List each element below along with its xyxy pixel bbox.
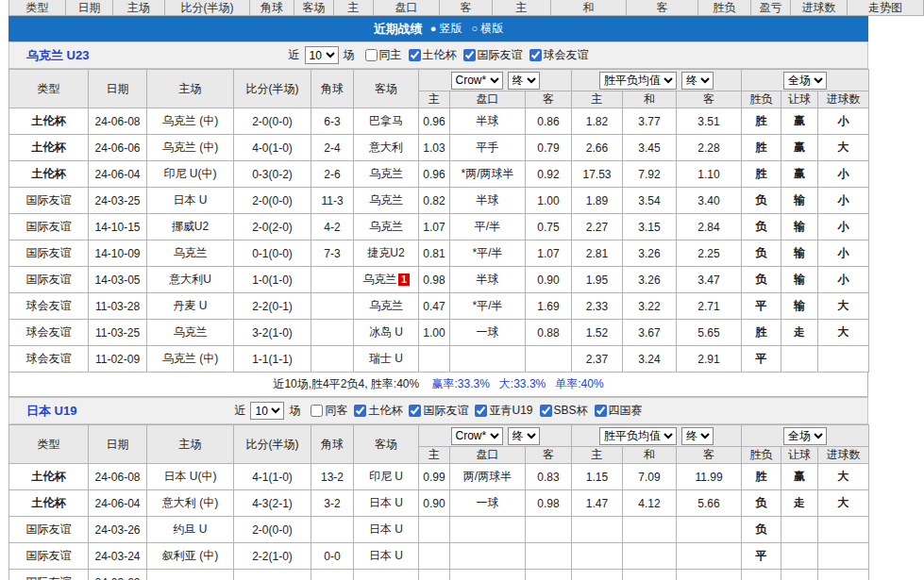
away-team-name[interactable]: 意大利 bbox=[369, 141, 403, 154]
league-checkbox[interactable] bbox=[354, 405, 366, 417]
league-toggle[interactable]: 同客 bbox=[311, 403, 347, 419]
away-team-name[interactable]: 印尼 U bbox=[369, 470, 403, 483]
league-toggle[interactable]: 土伦杯 bbox=[409, 47, 457, 63]
league-checkbox[interactable] bbox=[311, 405, 323, 417]
score-cell: 4-3(2-1) bbox=[234, 490, 311, 517]
league-checkbox[interactable] bbox=[365, 49, 378, 61]
avg-final-select[interactable]: 终 bbox=[681, 427, 714, 445]
avg-final-select[interactable]: 终 bbox=[681, 72, 714, 90]
league-checkbox[interactable] bbox=[409, 405, 421, 417]
col-date: 日期 bbox=[89, 70, 147, 108]
league-checkbox[interactable] bbox=[529, 49, 542, 61]
league-label: 同客 bbox=[325, 403, 347, 419]
home-team-cell: 意大利U bbox=[147, 267, 234, 293]
handicap-result-cell: 输 bbox=[781, 267, 818, 293]
corner-score-cell: 6-3 bbox=[311, 108, 354, 135]
handicap-home-odds-cell: 0.47 bbox=[419, 293, 450, 320]
league-checkbox[interactable] bbox=[463, 49, 476, 61]
score-cell: 3-2(1-0) bbox=[234, 320, 311, 346]
match-row: 国际友谊24-03-22 bbox=[9, 570, 869, 580]
home-team-cell: 挪威U2 bbox=[147, 214, 234, 240]
league-checkbox[interactable] bbox=[595, 405, 607, 417]
odds-lose-cell: 5.66 bbox=[677, 490, 742, 517]
handicap-home-odds-cell: 1.03 bbox=[419, 135, 450, 161]
prev-header-col: 角球 bbox=[250, 0, 294, 16]
league-label: 同主 bbox=[379, 47, 402, 63]
radio-icon[interactable]: ○ bbox=[472, 24, 479, 34]
league-toggle[interactable]: 亚青U19 bbox=[475, 403, 532, 419]
scope-select[interactable]: 全场 bbox=[783, 427, 827, 445]
odds-final-select[interactable]: 终 bbox=[508, 427, 540, 445]
odds-win-cell: 1.15 bbox=[572, 464, 623, 490]
near-label: 近 bbox=[289, 47, 300, 63]
goals-result-cell: 小 bbox=[818, 108, 869, 135]
league-checkbox[interactable] bbox=[409, 49, 421, 61]
handicap-result-cell: 输 bbox=[781, 188, 818, 214]
odds-source-select[interactable]: Crow* bbox=[451, 72, 503, 90]
score-cell: 0-1(0-0) bbox=[234, 240, 311, 267]
prev-header-col: 进球数 bbox=[791, 0, 848, 16]
away-team-name[interactable]: 乌克兰 bbox=[362, 273, 396, 286]
avg-source-select[interactable]: 胜平负均值 bbox=[599, 72, 677, 90]
odds-lose-cell: 3.40 bbox=[677, 188, 742, 214]
league-toggle[interactable]: 国际友谊 bbox=[463, 47, 523, 63]
match-type-cell: 国际友谊 bbox=[9, 543, 89, 570]
handicap-line-cell: *平/半 bbox=[450, 240, 526, 267]
handicap-result-cell bbox=[781, 570, 818, 580]
prev-header-col: 盘口 bbox=[374, 0, 440, 16]
odds-source-select[interactable]: Crow* bbox=[451, 427, 503, 445]
away-team-name[interactable]: 巴拿马 bbox=[369, 114, 403, 127]
layout-radio-horizontal[interactable]: ○横版 bbox=[472, 21, 504, 37]
away-team-name[interactable]: 乌克兰 bbox=[369, 193, 403, 207]
league-toggle[interactable]: 土伦杯 bbox=[354, 403, 402, 419]
match-count-select[interactable]: 10 bbox=[305, 46, 339, 64]
league-checkbox[interactable] bbox=[540, 405, 552, 417]
odds-win-cell: 17.53 bbox=[572, 161, 623, 188]
handicap-result-cell bbox=[781, 543, 818, 570]
odds-win-cell: 2.33 bbox=[572, 293, 623, 320]
away-team-name[interactable]: 日本 U bbox=[369, 549, 403, 562]
handicap-away-odds-cell: 0.86 bbox=[526, 108, 572, 135]
league-toggle[interactable]: 国际友谊 bbox=[409, 403, 468, 419]
away-team-name[interactable]: 乌克兰 bbox=[369, 220, 403, 233]
away-team-name[interactable]: 乌克兰 bbox=[369, 299, 403, 312]
away-team-name[interactable]: 日本 U bbox=[369, 522, 403, 536]
handicap-away-odds-cell: 0.90 bbox=[526, 267, 572, 293]
corner-score-cell: 11-3 bbox=[311, 188, 354, 214]
away-team-name[interactable]: 冰岛 U bbox=[369, 325, 403, 339]
odds-final-select[interactable]: 终 bbox=[508, 72, 540, 90]
away-team-name[interactable]: 捷克U2 bbox=[367, 246, 404, 259]
away-team-name[interactable]: 乌克兰 bbox=[369, 167, 403, 180]
goals-result-cell bbox=[818, 346, 869, 373]
league-toggle[interactable]: 四国赛 bbox=[595, 403, 643, 419]
away-team-name[interactable]: 瑞士 U bbox=[369, 352, 403, 365]
odds-lose-cell bbox=[677, 570, 742, 580]
league-toggle[interactable]: 球会友谊 bbox=[529, 47, 589, 63]
match-count-select[interactable]: 10 bbox=[250, 402, 284, 420]
league-checkbox[interactable] bbox=[475, 405, 487, 417]
league-toggle[interactable]: 同主 bbox=[365, 47, 402, 63]
match-row: 土伦杯24-06-08日本 U(中)4-1(1-0)13-2印尼 U0.99两/… bbox=[9, 464, 869, 490]
match-date-cell: 24-03-26 bbox=[89, 517, 147, 543]
match-row: 土伦杯24-06-04印尼 U(中)0-3(0-2)2-6乌克兰0.96*两/两… bbox=[9, 161, 869, 188]
away-team-name[interactable]: 日本 U bbox=[369, 496, 403, 509]
radio-icon[interactable]: ● bbox=[430, 24, 437, 34]
handicap-result-cell: 输 bbox=[781, 240, 818, 267]
match-date-cell: 14-03-05 bbox=[89, 267, 147, 293]
result-group-header: 全场 bbox=[742, 70, 869, 91]
match-type-cell: 国际友谊 bbox=[9, 267, 89, 293]
layout-radio-vertical[interactable]: ●竖版 bbox=[430, 21, 462, 37]
handicap-line-cell: 一球 bbox=[450, 490, 526, 517]
away-team-cell: 乌克兰 bbox=[354, 214, 419, 240]
match-date-cell: 11-03-25 bbox=[89, 320, 147, 346]
league-toggle[interactable]: SBS杯 bbox=[540, 403, 588, 419]
avg-source-select[interactable]: 胜平负均值 bbox=[599, 427, 677, 445]
goals-result-cell bbox=[818, 570, 869, 580]
page: 类型日期主场比分(半场)角球客场主盘口客主和客胜负盈亏进球数走势图 近期战绩 ●… bbox=[0, 0, 924, 580]
scope-select[interactable]: 全场 bbox=[783, 72, 827, 90]
score-cell: 0-3(0-2) bbox=[234, 161, 311, 188]
odds-win-cell bbox=[572, 543, 623, 570]
subcol: 主 bbox=[419, 447, 450, 464]
near-label: 近 bbox=[234, 403, 245, 419]
league-label: 球会友谊 bbox=[544, 47, 589, 63]
